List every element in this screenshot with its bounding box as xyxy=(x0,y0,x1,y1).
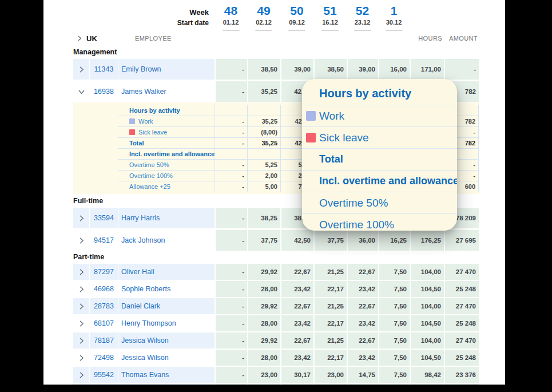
week-column: 51 16.12 xyxy=(313,3,347,31)
employee-id[interactable]: 11343 xyxy=(89,59,118,80)
cell-value: 28,00 xyxy=(247,315,280,331)
week-number[interactable]: 50 xyxy=(280,3,313,18)
employee-name[interactable]: Daniel Clark xyxy=(118,298,215,314)
cell-value: 38,50 xyxy=(313,59,347,80)
cell-value: 35,25 xyxy=(247,137,280,148)
row-expander[interactable] xyxy=(73,367,89,383)
employee-id[interactable]: 94517 xyxy=(89,230,118,251)
cell-value xyxy=(215,384,247,385)
region-group[interactable]: UK xyxy=(73,34,118,43)
cell-value: 104,00 xyxy=(410,264,444,280)
employee-name[interactable]: Thomas Evans xyxy=(118,367,215,383)
chevron-right-icon[interactable] xyxy=(78,269,85,275)
week-column: 48 01.12 xyxy=(215,3,247,31)
chevron-right-icon[interactable] xyxy=(78,303,85,310)
row-expander[interactable] xyxy=(73,332,89,349)
week-underline xyxy=(321,30,339,31)
employee-name[interactable]: Emily Brown xyxy=(118,59,215,80)
employee-name[interactable]: James Walker xyxy=(118,81,215,102)
cell-value: 7,50 xyxy=(378,367,410,383)
employee-name[interactable]: Sophie Roberts xyxy=(118,281,215,297)
employee-name[interactable]: Jessica Wilson xyxy=(118,350,215,366)
activity-label: Sick leave xyxy=(118,126,215,137)
table-row: 11343 Emily Brown -38,5039,0038,5039,001… xyxy=(73,59,479,80)
cell-value: 36,00 xyxy=(347,230,378,251)
cell-value: - xyxy=(444,59,479,80)
employee-name[interactable] xyxy=(118,384,215,385)
week-number[interactable]: 49 xyxy=(247,3,280,18)
cell-value: 22,17 xyxy=(313,315,347,331)
row-expander[interactable] xyxy=(73,298,89,314)
employee-id[interactable]: 28783 xyxy=(89,298,118,314)
cell-value: 5,00 xyxy=(247,181,280,192)
row-expander[interactable] xyxy=(73,350,89,366)
employee-id[interactable]: 33594 xyxy=(89,208,118,228)
cell-value: - xyxy=(215,281,247,297)
popup-item: Work xyxy=(302,105,457,126)
chevron-right-icon[interactable] xyxy=(78,66,85,73)
cell-value: 37,75 xyxy=(313,230,347,251)
row-expander[interactable] xyxy=(73,281,89,297)
employee-name[interactable]: Harry Harris xyxy=(118,208,215,228)
week-number[interactable]: 51 xyxy=(313,3,347,18)
employee-name[interactable]: Oliver Hall xyxy=(118,264,215,280)
row-expander[interactable] xyxy=(73,264,89,280)
cell-value: - xyxy=(215,116,247,126)
cell-value: 27 695 xyxy=(444,230,479,251)
week-number[interactable]: 1 xyxy=(378,3,410,18)
employee-name[interactable]: Henry Thompson xyxy=(118,315,215,331)
activity-label: Work xyxy=(118,116,215,126)
employee-id[interactable]: 46968 xyxy=(89,281,118,297)
employee-name[interactable]: Jessica Wilson xyxy=(118,332,215,349)
chevron-right-icon[interactable] xyxy=(77,35,82,41)
chevron-right-icon[interactable] xyxy=(78,355,85,361)
cell-value: 23,42 xyxy=(280,350,313,366)
chevron-right-icon[interactable] xyxy=(78,320,85,327)
employee-name[interactable]: Jack Johnson xyxy=(118,230,215,251)
cell-value xyxy=(378,384,410,385)
cell-value: 27 470 xyxy=(444,264,479,280)
row-expander[interactable] xyxy=(73,81,89,102)
cell-value: 104,00 xyxy=(410,332,444,349)
chevron-right-icon[interactable] xyxy=(78,372,85,378)
cell-value: 23,42 xyxy=(347,350,378,366)
cell-value: 37,75 xyxy=(247,230,280,251)
cell-value: 104,50 xyxy=(410,350,444,366)
row-expander[interactable] xyxy=(73,315,89,331)
start-date-label: Start date xyxy=(73,19,209,27)
row-expander[interactable] xyxy=(73,208,89,228)
employee-id[interactable]: 87297 xyxy=(89,264,118,280)
cell-value: - xyxy=(215,350,247,366)
cell-value: 22,67 xyxy=(280,298,313,314)
activity-label: Overtime 100% xyxy=(118,170,215,181)
row-expander[interactable] xyxy=(73,384,89,385)
chevron-right-icon[interactable] xyxy=(78,286,85,292)
employee-id[interactable]: 95542 xyxy=(89,367,118,383)
employee-id[interactable]: 68107 xyxy=(89,315,118,331)
chevron-right-icon[interactable] xyxy=(78,237,85,244)
table-row: 68107 Henry Thompson -28,0023,4222,1723,… xyxy=(73,315,479,331)
week-start-date: 23.12 xyxy=(347,19,378,26)
table-row: 72498 Jessica Wilson -28,0023,4222,1723,… xyxy=(73,350,479,366)
employee-id[interactable]: 72498 xyxy=(89,350,118,366)
chevron-down-icon[interactable] xyxy=(78,89,85,95)
chevron-right-icon[interactable] xyxy=(78,338,85,344)
popup-item: Total xyxy=(302,148,457,170)
popup-title: Hours by activity xyxy=(302,79,457,100)
cell-value: - xyxy=(215,181,247,192)
cell-value: - xyxy=(215,230,247,251)
employee-id[interactable]: 16938 xyxy=(89,81,118,102)
cell-value: 22,17 xyxy=(313,281,347,297)
week-number[interactable]: 48 xyxy=(215,3,247,18)
row-expander[interactable] xyxy=(73,230,89,251)
popup-item: Incl. overtime and allowance xyxy=(302,170,457,192)
employee-id[interactable] xyxy=(89,384,118,385)
cell-value: 23,00 xyxy=(247,367,280,383)
chevron-right-icon[interactable] xyxy=(78,215,85,221)
row-expander[interactable] xyxy=(73,59,89,80)
cell-value xyxy=(215,105,247,116)
cell-value: 5,25 xyxy=(247,159,280,170)
employee-id[interactable]: 78187 xyxy=(89,332,118,349)
cell-value xyxy=(280,384,313,385)
week-number[interactable]: 52 xyxy=(347,3,378,18)
